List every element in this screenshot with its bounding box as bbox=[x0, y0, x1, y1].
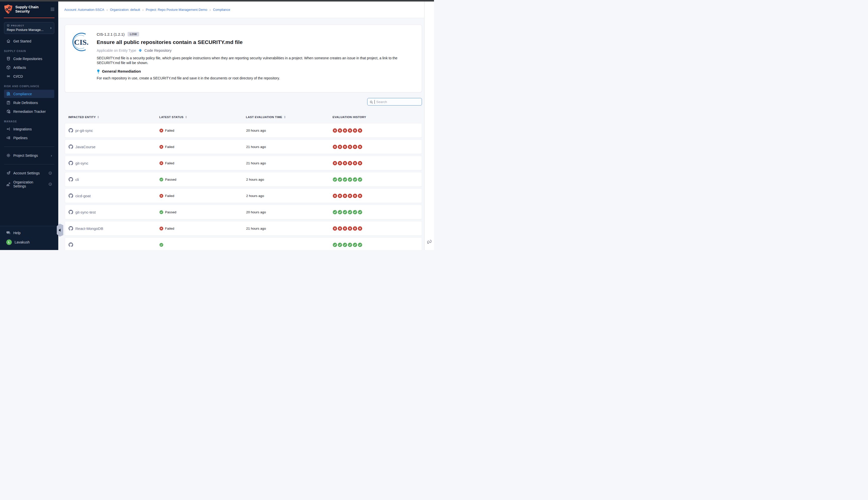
project-label: PROJECT bbox=[11, 24, 24, 27]
history-failed-icon bbox=[358, 226, 362, 231]
last-evaluation-time: 21 hours ago bbox=[246, 161, 333, 165]
project-selector[interactable]: PROJECT Repo Posture Manage... › bbox=[4, 22, 54, 34]
code-repository-entity-icon: </> bbox=[138, 48, 142, 53]
passed-icon bbox=[160, 210, 163, 214]
sidebar-item-artifacts[interactable]: Artifacts bbox=[4, 63, 54, 72]
support-chat-icon[interactable] bbox=[427, 239, 432, 245]
sidebar-item-rule-definitions[interactable]: Rule Definitions bbox=[4, 99, 54, 107]
breadcrumb-link[interactable]: Project: Repo Posture Management Demo bbox=[146, 8, 207, 12]
history-failed-icon bbox=[348, 161, 352, 165]
scrollbar-track[interactable] bbox=[424, 1, 434, 250]
history-passed-icon bbox=[333, 178, 337, 182]
column-header-evaluation-history: EVALUATION HISTORY bbox=[333, 116, 422, 118]
cis-logo: CIS. bbox=[70, 32, 90, 86]
history-passed-icon bbox=[353, 243, 357, 247]
table-row: git-syncFailed21 hours ago bbox=[65, 156, 422, 170]
sort-icon[interactable] bbox=[97, 116, 99, 118]
info-icon[interactable] bbox=[48, 171, 52, 175]
sidebar-header: Supply Chain Security bbox=[0, 1, 58, 16]
entity-link[interactable]: JavaCourse bbox=[76, 145, 95, 149]
sort-icon[interactable] bbox=[284, 116, 286, 118]
window-top-strip bbox=[0, 0, 434, 1]
search-input[interactable] bbox=[376, 100, 419, 104]
entity-link[interactable]: pr-git-sync bbox=[76, 128, 93, 133]
lightbulb-icon bbox=[97, 69, 100, 73]
history-failed-icon bbox=[338, 128, 342, 133]
nav-section-label: MANAGE bbox=[0, 116, 58, 124]
sidebar: Supply Chain Security PROJECT Repo Postu… bbox=[0, 1, 58, 250]
sort-icon[interactable] bbox=[185, 116, 187, 118]
sidebar-item-compliance[interactable]: Compliance bbox=[4, 90, 54, 98]
sidebar-divider bbox=[4, 164, 54, 164]
entity-link[interactable]: git-sync bbox=[76, 161, 89, 165]
table-row: cicd-goatFailed2 hours ago bbox=[65, 189, 422, 203]
history-failed-icon bbox=[348, 145, 352, 149]
sidebar-item-project-settings[interactable]: Project Settings › bbox=[4, 151, 54, 160]
sidebar-item-remediation-tracker[interactable]: Remediation Tracker bbox=[4, 107, 54, 116]
column-header-impacted-entity[interactable]: IMPACTED ENTITY bbox=[68, 116, 159, 118]
sidebar-footer: ? Help L Lavakush bbox=[0, 226, 58, 250]
remediation-text: For each repository in use, create a SEC… bbox=[97, 76, 415, 80]
evaluation-history-cell bbox=[333, 145, 422, 149]
search-box[interactable] bbox=[367, 98, 422, 105]
history-failed-icon bbox=[358, 145, 362, 149]
sidebar-item-get-started[interactable]: Get Started bbox=[4, 37, 54, 45]
user-name: Lavakush bbox=[14, 240, 30, 244]
history-passed-icon bbox=[348, 243, 352, 247]
status-cell: Failed bbox=[160, 194, 246, 198]
column-header-last-evaluation-time[interactable]: LAST EVALUATION TIME bbox=[246, 116, 333, 118]
sidebar-item-organization-settings[interactable]: Organization Settings bbox=[4, 178, 54, 190]
last-evaluation-time: 20 hours ago bbox=[246, 210, 333, 214]
history-failed-icon bbox=[338, 226, 342, 231]
sidebar-item-ci-cd[interactable]: CI/CD bbox=[4, 72, 54, 80]
user-menu[interactable]: L Lavakush bbox=[4, 237, 54, 247]
column-header-label: EVALUATION HISTORY bbox=[333, 116, 366, 118]
info-icon[interactable] bbox=[48, 182, 52, 186]
history-failed-icon bbox=[353, 226, 357, 231]
breadcrumb-link[interactable]: Account: Automation-SSCA bbox=[64, 8, 104, 12]
github-icon bbox=[69, 242, 73, 247]
gear-icon bbox=[6, 153, 11, 158]
failed-icon bbox=[160, 227, 163, 230]
history-passed-icon bbox=[343, 178, 347, 182]
entity-type[interactable]: Code Repository bbox=[144, 48, 172, 53]
entity-link[interactable]: git-sync-test bbox=[76, 210, 96, 214]
history-passed-icon bbox=[358, 178, 362, 182]
sidebar-item-help[interactable]: ? Help bbox=[4, 229, 54, 237]
github-icon bbox=[69, 193, 73, 198]
failed-icon bbox=[160, 161, 163, 165]
status-cell: Failed bbox=[160, 129, 246, 133]
entity-link[interactable]: cicd-goat bbox=[76, 194, 91, 198]
entity-cell: cicd-goat bbox=[69, 193, 160, 198]
entity-link[interactable]: cli bbox=[76, 178, 79, 182]
project-name: Repo Posture Manage... bbox=[7, 28, 50, 32]
entity-link[interactable]: React-MongoDB bbox=[76, 226, 103, 231]
history-passed-icon bbox=[338, 243, 342, 247]
cis-logo-text: CIS. bbox=[74, 38, 89, 46]
sidebar-item-account-settings[interactable]: Account Settings bbox=[4, 169, 54, 177]
history-failed-icon bbox=[348, 194, 352, 198]
last-evaluation-time: 2 hours ago bbox=[246, 194, 333, 198]
history-failed-icon bbox=[338, 145, 342, 149]
sidebar-item-integrations[interactable]: Integrations bbox=[4, 125, 54, 133]
breadcrumb-link[interactable]: Organization: default bbox=[110, 8, 140, 12]
module-grid-icon[interactable] bbox=[50, 7, 55, 11]
table-row: cliPassed2 hours ago bbox=[65, 172, 422, 187]
breadcrumb-link[interactable]: Compliance bbox=[213, 8, 230, 12]
github-icon bbox=[69, 161, 73, 165]
sidebar-collapse-handle[interactable] bbox=[57, 224, 63, 237]
text-caret bbox=[374, 100, 375, 104]
organization-settings-icon bbox=[6, 182, 11, 186]
github-icon bbox=[69, 145, 73, 149]
github-icon bbox=[69, 128, 73, 133]
table-header-row: IMPACTED ENTITYLATEST STATUSLAST EVALUAT… bbox=[65, 116, 422, 123]
column-header-latest-status[interactable]: LATEST STATUS bbox=[159, 116, 246, 118]
failed-icon bbox=[160, 129, 163, 133]
history-passed-icon bbox=[333, 243, 337, 247]
help-chat-icon: ? bbox=[6, 231, 11, 235]
sidebar-item-pipelines[interactable]: Pipelines bbox=[4, 134, 54, 142]
sidebar-item-code-repositories[interactable]: Code Repositories bbox=[4, 55, 54, 63]
history-failed-icon bbox=[338, 161, 342, 165]
pipelines-icon bbox=[6, 136, 11, 140]
table-row: git-sync-testPassed20 hours ago bbox=[65, 205, 422, 219]
